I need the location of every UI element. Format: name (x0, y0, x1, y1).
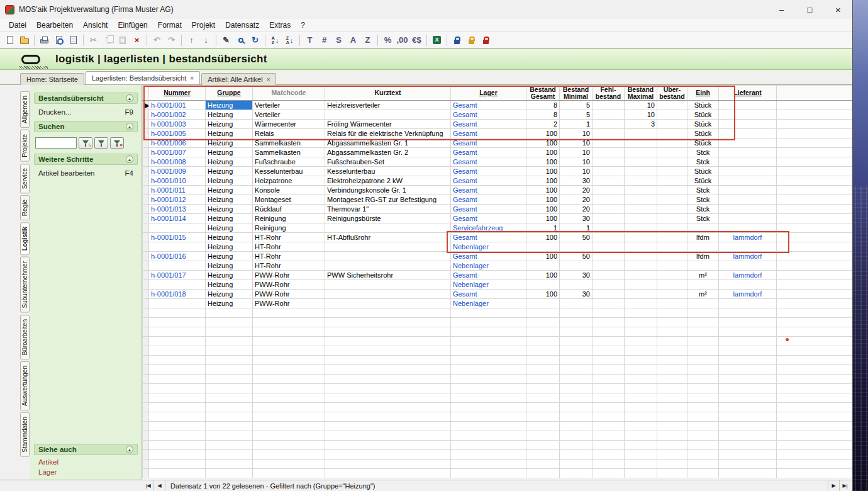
cell-lieferant[interactable] (719, 148, 777, 157)
cell-nummer[interactable]: h-0001/002 (149, 110, 206, 120)
cell-bestand_gesamt[interactable]: 1 (526, 223, 560, 233)
cell-nummer[interactable] (149, 299, 206, 308)
cell-kurztext[interactable] (325, 110, 451, 120)
cell-lager[interactable]: Nebenlager (451, 299, 526, 308)
move-up-button[interactable]: ↑ (184, 34, 199, 47)
cell-lieferant[interactable]: lammdorf (719, 252, 777, 261)
cell-nummer[interactable]: h-0001/018 (149, 290, 206, 299)
col-header-nummer[interactable]: Nummer (149, 86, 206, 101)
cell-einh[interactable]: Stück (687, 120, 719, 129)
section-header-siehe-auch[interactable]: Siehe auch ▲ (34, 444, 138, 455)
find-button[interactable] (233, 34, 248, 47)
cell-fehlbestand[interactable] (593, 157, 625, 167)
cell-ueberbestand[interactable] (657, 299, 687, 308)
cell-bestand_maximal[interactable] (625, 290, 657, 299)
cell-nummer[interactable]: h-0001/014 (149, 214, 206, 223)
cell-nummer[interactable] (149, 261, 206, 271)
cell-fehlbestand[interactable] (593, 129, 625, 138)
menu-item-bearbeiten[interactable]: Bearbeiten (31, 20, 78, 31)
col-header-gruppe[interactable]: Gruppe (206, 86, 253, 101)
cell-bestand_minimal[interactable]: 10 (560, 167, 593, 176)
menu-item-projekt[interactable]: Projekt (187, 20, 220, 31)
cell-lieferant[interactable] (719, 299, 777, 308)
cell-ueberbestand[interactable] (657, 167, 687, 176)
cell-fehlbestand[interactable] (593, 290, 625, 299)
menu-item-datei[interactable]: Datei (4, 20, 31, 31)
cell-matchcode[interactable]: Sammelkasten (253, 138, 325, 148)
cell-nummer[interactable] (149, 223, 206, 233)
cell-fehlbestand[interactable] (593, 148, 625, 157)
cell-lieferant[interactable] (719, 242, 777, 252)
row-selector[interactable] (143, 252, 149, 261)
cell-bestand_minimal[interactable]: 30 (560, 214, 593, 223)
cell-einh[interactable]: Stck (687, 186, 719, 195)
format-text-button[interactable]: T (303, 34, 317, 47)
menu-item-hilfe[interactable]: ? (296, 20, 310, 31)
sidebar-tab-stammdaten[interactable]: Stammdaten (20, 412, 30, 457)
cell-lieferant[interactable] (719, 214, 777, 223)
collapse-toggle-icon[interactable]: ▲ (126, 446, 133, 453)
cell-matchcode[interactable]: Verteiler (253, 110, 325, 120)
cell-einh[interactable]: Stck (687, 205, 719, 214)
format-currency-button[interactable]: €$ (409, 34, 424, 47)
cell-einh[interactable]: Stck (687, 195, 719, 205)
format-initial-button[interactable]: A (346, 34, 360, 47)
cell-kurztext[interactable] (325, 242, 451, 252)
menu-item-extras[interactable]: Extras (264, 20, 296, 31)
cell-bestand_gesamt[interactable]: 100 (526, 157, 560, 167)
cell-gruppe[interactable]: Heizung (206, 252, 253, 261)
row-selector[interactable] (143, 186, 149, 195)
cell-nummer[interactable]: h-0001/011 (149, 186, 206, 195)
cell-ueberbestand[interactable] (657, 205, 687, 214)
cell-ueberbestand[interactable] (657, 223, 687, 233)
format-number-button[interactable]: # (317, 34, 331, 47)
sidebar-tab-bueroarbeiten[interactable]: Büroarbeiten (20, 315, 30, 359)
redo-button[interactable]: ↷ (164, 34, 179, 47)
cell-ueberbestand[interactable] (657, 252, 687, 261)
next-record-button[interactable]: ▶ (828, 480, 839, 491)
cell-bestand_gesamt[interactable]: 100 (526, 176, 560, 186)
page-setup-button[interactable] (66, 34, 81, 47)
cell-lieferant[interactable] (719, 129, 777, 138)
cell-gruppe[interactable]: Heizung (206, 290, 253, 299)
cell-bestand_minimal[interactable]: 10 (560, 157, 593, 167)
cell-fehlbestand[interactable] (593, 138, 625, 148)
cell-bestand_gesamt[interactable] (526, 261, 560, 271)
row-selector[interactable] (143, 242, 149, 252)
cell-lager[interactable]: Gesamt (451, 233, 526, 242)
row-selector[interactable] (143, 233, 149, 242)
cell-gruppe[interactable]: Heizung (206, 271, 253, 280)
cell-bestand_gesamt[interactable]: 100 (526, 252, 560, 261)
cell-ueberbestand[interactable] (657, 148, 687, 157)
undo-button[interactable]: ↶ (150, 34, 164, 47)
cell-einh[interactable]: lfdm (687, 233, 719, 242)
cell-bestand_maximal[interactable] (625, 252, 657, 261)
cell-lager[interactable]: Servicefahrzeug (451, 223, 526, 233)
cell-bestand_gesamt[interactable]: 8 (526, 110, 560, 120)
col-header-bestand_minimal[interactable]: BestandMinimal (560, 86, 593, 101)
cell-kurztext[interactable]: Fröling Wärmecenter (325, 120, 451, 129)
cell-bestand_minimal[interactable]: 50 (560, 252, 593, 261)
maximize-button[interactable]: □ (796, 0, 824, 19)
cell-nummer[interactable]: h-0001/009 (149, 167, 206, 176)
cell-lieferant[interactable]: lammdorf (719, 290, 777, 299)
cell-bestand_minimal[interactable]: 20 (560, 186, 593, 195)
cell-matchcode[interactable]: HT-Rohr (253, 242, 325, 252)
cell-lieferant[interactable]: lammdorf (719, 271, 777, 280)
cell-einh[interactable]: m² (687, 290, 719, 299)
cell-fehlbestand[interactable] (593, 186, 625, 195)
cell-bestand_gesamt[interactable] (526, 299, 560, 308)
row-selector[interactable] (143, 110, 149, 120)
cell-matchcode[interactable]: Reinigung (253, 223, 325, 233)
cell-nummer[interactable]: h-0001/001 (149, 101, 206, 110)
cell-bestand_maximal[interactable] (625, 157, 657, 167)
cell-ueberbestand[interactable] (657, 195, 687, 205)
format-decimal-button[interactable]: ,00 (395, 34, 409, 47)
cell-matchcode[interactable]: Fußschraube (253, 157, 325, 167)
first-record-button[interactable]: |◀ (143, 480, 154, 491)
row-selector[interactable] (143, 271, 149, 280)
cell-lieferant[interactable] (719, 261, 777, 271)
cell-lieferant[interactable] (719, 167, 777, 176)
cell-kurztext[interactable] (325, 290, 451, 299)
col-header-bestand_gesamt[interactable]: BestandGesamt (526, 86, 560, 101)
